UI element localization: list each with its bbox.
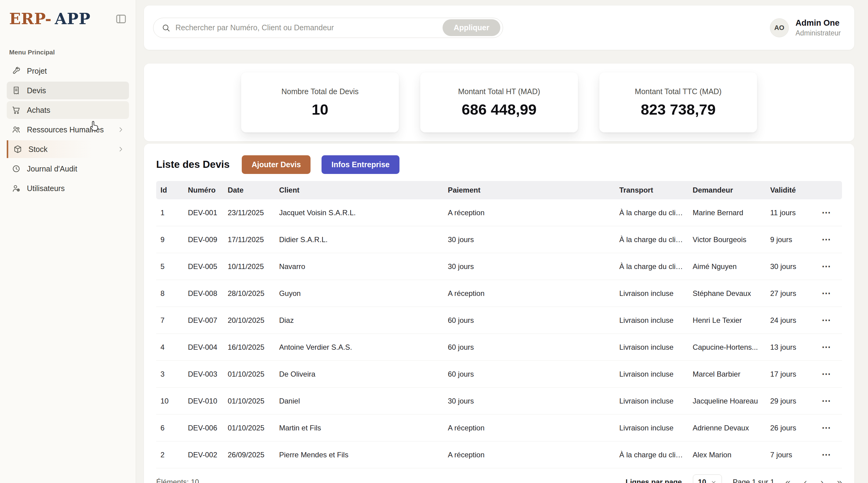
stat-label: Montant Total HT (MAD) [458, 87, 540, 96]
cell-client: Didier S.A.R.L. [275, 226, 443, 253]
column-header: Demandeur [688, 181, 766, 199]
cell-transport: Livraison incluse [615, 388, 688, 415]
sidebar-item-projet[interactable]: Projet [7, 62, 129, 80]
stat-card: Nombre Total de Devis 10 [241, 72, 399, 132]
app-logo: ERP-APP [9, 10, 90, 28]
page-indicator: Page 1 sur 1 [733, 478, 774, 483]
row-actions-button[interactable]: ⋯ [822, 208, 831, 217]
list-head: Liste des Devis Ajouter Devis Infos Entr… [156, 155, 842, 174]
cell-actions: ⋯ [811, 280, 842, 307]
footer-right: Lignes par page 10 Page 1 sur 1 «‹›» [626, 475, 842, 483]
page-title: Liste des Devis [156, 159, 229, 170]
cell-demandeur: Aimé Nguyen [688, 253, 766, 280]
cell-paiement: A réception [443, 280, 615, 307]
cell-id: 7 [156, 307, 184, 334]
rows-per-page-select[interactable]: 10 [693, 475, 722, 483]
prev-page-button[interactable]: ‹ [804, 478, 807, 483]
rows-per-page-label: Lignes par page [626, 478, 682, 483]
sidebar-menu: Projet Devis Achats Ressources Humaines … [7, 62, 129, 197]
row-actions-button[interactable]: ⋯ [822, 262, 831, 271]
add-devis-button[interactable]: Ajouter Devis [242, 155, 311, 174]
sidebar-item-utilisateurs[interactable]: Utilisateurs [7, 179, 129, 197]
devis-list-card: Liste des Devis Ajouter Devis Infos Entr… [144, 144, 854, 483]
user-chip[interactable]: AO Admin One Administrateur [770, 18, 841, 37]
app-logo-primary: ERP- [9, 10, 52, 28]
cell-validite: 13 jours [766, 334, 811, 361]
cart-icon [11, 105, 21, 115]
column-header-actions [811, 181, 842, 199]
apply-button[interactable]: Appliquer [442, 19, 500, 36]
avatar: AO [770, 18, 789, 37]
cell-demandeur: Marcel Barbier [688, 361, 766, 388]
row-actions-button[interactable]: ⋯ [822, 342, 831, 352]
cell-validite: 9 jours [766, 226, 811, 253]
cell-validite: 7 jours [766, 442, 811, 468]
cell-validite: 26 jours [766, 415, 811, 442]
cell-numero: DEV-004 [184, 334, 223, 361]
cell-id: 10 [156, 388, 184, 415]
table-row: 6DEV-00601/10/2025Martin et FilsA récept… [156, 415, 842, 442]
cell-actions: ⋯ [811, 361, 842, 388]
row-actions-button[interactable]: ⋯ [822, 369, 831, 379]
next-page-button[interactable]: › [820, 478, 824, 483]
sidebar-item-journal-audit[interactable]: Journal d'Audit [7, 160, 129, 178]
cell-client: Diaz [275, 307, 443, 334]
table-row: 5DEV-00510/11/2025Navarro30 joursÀ la ch… [156, 253, 842, 280]
elements-count: Éléments: 10 [156, 478, 199, 483]
search-input[interactable] [176, 23, 438, 32]
sidebar-item-ressources-humaines[interactable]: Ressources Humaines [7, 121, 129, 139]
stat-value: 823 738,79 [641, 101, 715, 118]
cell-numero: DEV-005 [184, 253, 223, 280]
sidebar-collapse-button[interactable] [115, 13, 127, 25]
cell-date: 26/09/2025 [223, 442, 275, 468]
table-row: 2DEV-00226/09/2025Pierre Mendes et FilsA… [156, 442, 842, 468]
stat-value: 686 448,99 [462, 101, 536, 118]
cell-validite: 17 jours [766, 361, 811, 388]
row-actions-button[interactable]: ⋯ [822, 423, 831, 432]
chevron-down-icon [711, 479, 717, 483]
panel-collapse-icon [115, 13, 127, 25]
sidebar-item-devis[interactable]: Devis [7, 82, 129, 99]
cell-demandeur: Henri Le Texier [688, 307, 766, 334]
row-actions-button[interactable]: ⋯ [822, 450, 831, 459]
stat-card: Montant Total TTC (MAD) 823 738,79 [599, 72, 757, 132]
cell-date: 01/10/2025 [223, 361, 275, 388]
cell-client: Pierre Mendes et Fils [275, 442, 443, 468]
audit-icon [11, 164, 21, 173]
sidebar-item-label: Projet [27, 67, 47, 76]
cell-id: 2 [156, 442, 184, 468]
cell-numero: DEV-003 [184, 361, 223, 388]
cell-client: Antoine Verdier S.A.S. [275, 334, 443, 361]
cell-paiement: A réception [443, 199, 615, 226]
cell-numero: DEV-009 [184, 226, 223, 253]
column-header: Numéro [184, 181, 223, 199]
row-actions-button[interactable]: ⋯ [822, 235, 831, 244]
last-page-button[interactable]: » [837, 478, 842, 483]
cell-client: Navarro [275, 253, 443, 280]
first-page-button[interactable]: « [785, 478, 791, 483]
cell-numero: DEV-008 [184, 280, 223, 307]
boxes-icon [13, 145, 22, 154]
cell-id: 6 [156, 415, 184, 442]
menu-section-label: Menu Principal [9, 49, 127, 56]
sidebar-item-achats[interactable]: Achats [7, 101, 129, 119]
cell-demandeur: Alex Marion [688, 442, 766, 468]
cell-transport: À la charge du client [615, 226, 688, 253]
cell-date: 10/11/2025 [223, 253, 275, 280]
row-actions-button[interactable]: ⋯ [822, 396, 831, 405]
cell-paiement: 30 jours [443, 226, 615, 253]
cell-client: Jacquet Voisin S.A.R.L. [275, 199, 443, 226]
infos-entreprise-button[interactable]: Infos Entreprise [321, 155, 399, 174]
column-header: Id [156, 181, 184, 199]
table-row: 1DEV-00123/11/2025Jacquet Voisin S.A.R.L… [156, 199, 842, 226]
cell-demandeur: Jacqueline Hoareau [688, 388, 766, 415]
sidebar-item-stock[interactable]: Stock [7, 140, 129, 158]
cell-demandeur: Adrienne Devaux [688, 415, 766, 442]
stat-label: Nombre Total de Devis [281, 87, 359, 96]
row-actions-button[interactable]: ⋯ [822, 315, 831, 325]
table-row: 3DEV-00301/10/2025De Oliveira60 joursLiv… [156, 361, 842, 388]
row-actions-button[interactable]: ⋯ [822, 289, 831, 298]
cell-date: 01/10/2025 [223, 388, 275, 415]
cell-actions: ⋯ [811, 388, 842, 415]
cell-transport: Livraison incluse [615, 280, 688, 307]
